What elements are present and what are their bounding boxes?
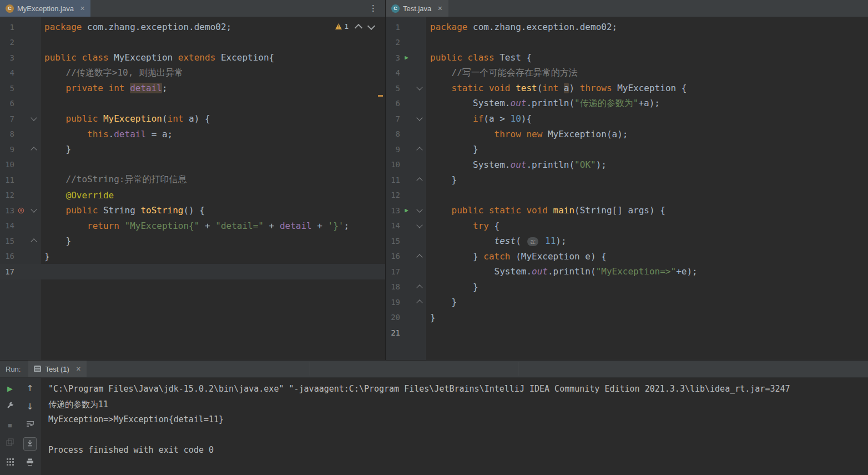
gutter[interactable]: 15 (386, 233, 426, 249)
code-line[interactable]: //写一个可能会存在异常的方法 (426, 67, 578, 79)
editor-test[interactable]: 1package com.zhang.exception.demo02;23▶p… (386, 17, 868, 360)
code-line[interactable]: public class Test { (426, 52, 532, 63)
gutter[interactable]: 7 (386, 111, 426, 127)
code-line[interactable]: System.out.println("OK"); (426, 159, 607, 170)
services-grid-button[interactable] (4, 456, 16, 468)
gutter[interactable]: 9 (0, 142, 40, 157)
print-button[interactable] (24, 457, 36, 469)
gutter[interactable]: 10 (386, 157, 426, 173)
code-line[interactable]: } (426, 144, 478, 154)
fold-start-icon[interactable] (416, 84, 422, 91)
prev-occurrence-button[interactable]: ↑ (24, 382, 36, 394)
code-line[interactable]: } (426, 282, 478, 292)
gutter[interactable]: 4 (0, 66, 40, 81)
fold-start-icon[interactable] (416, 115, 422, 121)
gutter[interactable]: 12 (386, 188, 426, 203)
gutter[interactable]: 12 (0, 188, 40, 203)
run-tab-test-1[interactable]: Test (1) ✕ (28, 361, 87, 377)
restore-layout-button[interactable] (4, 437, 16, 449)
code-line[interactable]: //传递数字>10, 则抛出异常 (40, 67, 183, 79)
gutter[interactable]: 7 (0, 111, 40, 127)
code-line[interactable]: public MyException(int a) { (40, 113, 210, 124)
code-line[interactable]: package com.zhang.exception.demo02; (426, 22, 617, 32)
fold-end-icon[interactable] (416, 300, 422, 306)
code-line[interactable]: } (40, 144, 71, 154)
code-line[interactable]: System.out.println("传递的参数为"+a); (426, 98, 660, 109)
scroll-to-end-toggle[interactable] (23, 437, 37, 451)
gutter[interactable]: 16 (386, 249, 426, 264)
code-line[interactable]: private int detail; (40, 83, 168, 93)
code-line[interactable]: public static void main(String[] args) { (426, 205, 665, 216)
gutter[interactable]: 9 (386, 142, 426, 157)
code-line[interactable]: throw new MyException(a); (426, 129, 628, 139)
gutter[interactable]: 17 (386, 264, 426, 279)
code-line[interactable]: public String toString() { (40, 205, 205, 216)
gutter[interactable]: 2 (0, 35, 40, 51)
code-line[interactable]: try { (426, 221, 499, 231)
fold-end-icon[interactable] (416, 284, 422, 291)
gutter[interactable]: 15 (0, 233, 40, 249)
gutter[interactable]: 10 (0, 157, 40, 173)
run-icon[interactable]: ▶ (405, 207, 408, 213)
gutter[interactable]: 20 (386, 310, 426, 326)
gutter[interactable]: 14 (0, 218, 40, 234)
gutter[interactable]: 13 (0, 203, 40, 218)
gutter[interactable]: 1 (386, 19, 426, 35)
gutter[interactable]: 5 (0, 81, 40, 96)
fold-end-icon[interactable] (416, 178, 422, 184)
gutter[interactable]: 19 (386, 294, 426, 310)
stop-button[interactable]: ■ (4, 419, 16, 431)
fold-start-icon[interactable] (31, 207, 37, 213)
code-line[interactable]: if(a > 10){ (426, 113, 532, 124)
gutter[interactable]: 11 (386, 172, 426, 188)
gutter[interactable]: 14 (386, 218, 426, 234)
gutter[interactable]: 11 (0, 172, 40, 188)
next-problem-button[interactable] (367, 22, 375, 29)
gutter[interactable]: 13▶ (386, 203, 426, 218)
fold-end-icon[interactable] (416, 147, 422, 153)
editor-myexception[interactable]: 1package com.zhang.exception.demo02;23pu… (0, 17, 385, 360)
code-line[interactable]: } (426, 312, 436, 323)
gutter[interactable]: 2 (386, 35, 426, 51)
close-run-tab-icon[interactable]: ✕ (76, 366, 81, 373)
prev-problem-button[interactable] (355, 24, 362, 32)
code-line[interactable]: public class MyException extends Excepti… (40, 52, 274, 63)
console-output[interactable]: "C:\Program Files\Java\jdk-15.0.2\bin\ja… (41, 378, 868, 475)
close-tab-icon[interactable]: ✕ (437, 5, 442, 12)
fold-start-icon[interactable] (416, 207, 422, 213)
fold-end-icon[interactable] (416, 254, 422, 260)
gutter[interactable]: 6 (386, 96, 426, 112)
close-tab-icon[interactable]: ✕ (80, 5, 85, 12)
code-line[interactable]: test( a: 11); (426, 236, 567, 246)
code-line[interactable]: //toString:异常的打印信息 (40, 174, 187, 186)
code-line[interactable]: @Override (40, 190, 114, 201)
gutter[interactable]: 17 (0, 264, 40, 279)
code-line[interactable]: this.detail = a; (40, 129, 173, 139)
settings-button[interactable] (4, 401, 16, 413)
gutter[interactable]: 8 (0, 127, 40, 142)
gutter[interactable]: 3 (0, 50, 40, 66)
tab-test-java[interactable]: Test.java ✕ (386, 0, 448, 17)
tab-myexception-java[interactable]: MyException.java ✕ (0, 0, 90, 17)
gutter[interactable]: 21 (386, 325, 426, 341)
code-line[interactable]: } (426, 297, 457, 307)
run-icon[interactable]: ▶ (405, 54, 408, 61)
fold-end-icon[interactable] (31, 147, 37, 153)
gutter[interactable]: 4 (386, 66, 426, 81)
soft-wrap-toggle[interactable] (24, 419, 36, 431)
next-occurrence-button[interactable]: ↓ (24, 401, 36, 413)
fold-end-icon[interactable] (31, 239, 37, 245)
code-line[interactable]: } (426, 174, 457, 185)
override-method-icon[interactable] (18, 207, 24, 214)
code-line[interactable]: package com.zhang.exception.demo02; (40, 22, 231, 32)
warnings-indicator[interactable]: ! 1 (335, 22, 349, 31)
code-line[interactable]: } (40, 236, 71, 246)
gutter[interactable]: 18 (386, 279, 426, 295)
gutter[interactable]: 6 (0, 96, 40, 112)
fold-start-icon[interactable] (31, 115, 37, 121)
code-line[interactable]: return "MyException{" + "detail=" + deta… (40, 221, 349, 231)
warning-stripe-mark[interactable] (378, 95, 383, 97)
gutter[interactable]: 3▶ (386, 50, 426, 66)
rerun-button[interactable]: ▶ (4, 382, 16, 394)
gutter[interactable]: 8 (386, 127, 426, 142)
